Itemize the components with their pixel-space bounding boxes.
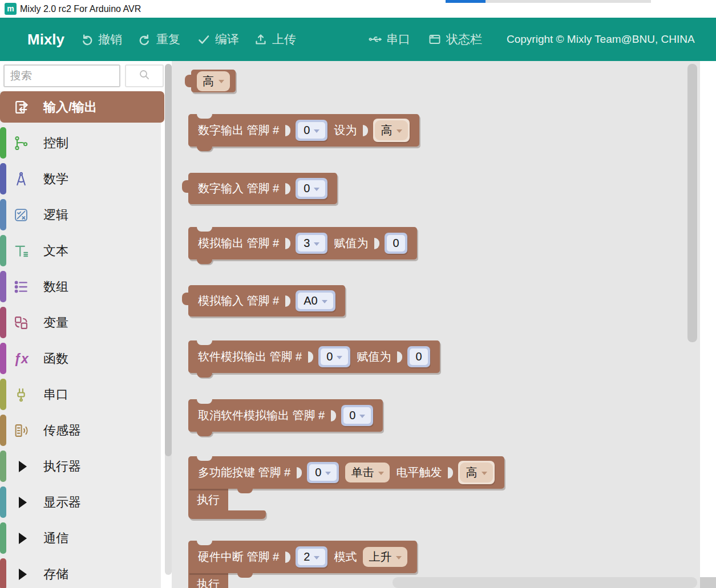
dropdown-arrow-icon xyxy=(397,129,402,133)
mixly-logo-icon: m xyxy=(5,3,17,15)
toolbar-button-label: 撤销 xyxy=(98,31,122,47)
dropdown-arrow-icon xyxy=(314,556,319,559)
serial-icon xyxy=(13,386,30,403)
category-label: 逻辑 xyxy=(43,199,68,230)
sidebar-item-8[interactable]: 串口 xyxy=(0,379,164,410)
pin-number-block[interactable]: 3 xyxy=(296,233,327,254)
sidebar-item-9[interactable]: 传感器 xyxy=(0,415,164,446)
sidebar-item-13[interactable]: 存储 xyxy=(0,558,164,588)
level-shadow-block[interactable]: 高 xyxy=(373,119,410,142)
dropdown-field[interactable]: 高 xyxy=(375,120,408,140)
sidebar-item-2[interactable]: 数学 xyxy=(0,163,164,194)
sidebar-item-5[interactable]: 数组 xyxy=(0,271,164,302)
block-body-label: 执行 xyxy=(197,492,220,508)
level-shadow-block[interactable]: 高 xyxy=(458,461,495,484)
block-text: 模式 xyxy=(334,549,357,565)
pin-number-block[interactable]: 0 xyxy=(318,346,350,367)
block-digital-read[interactable]: 数字输入 管脚 #0 xyxy=(188,173,337,204)
pin-number-block[interactable]: 0 xyxy=(385,233,407,254)
sidebar-item-4[interactable]: 文本 xyxy=(0,235,164,266)
socket-notch xyxy=(308,351,313,363)
pin-number-field[interactable]: 0 xyxy=(321,348,348,365)
pin-number-block[interactable]: 0 xyxy=(296,178,327,199)
block-bottom-bar xyxy=(188,510,266,519)
workspace-horizontal-scrollbar-thumb[interactable] xyxy=(393,577,697,588)
toolbar-button-window[interactable]: 状态栏 xyxy=(428,18,482,61)
pin-number-field[interactable]: 0 xyxy=(343,407,371,424)
block-digital-write[interactable]: 数字输出 管脚 #0设为高 xyxy=(188,114,419,147)
toolbar-button-undo[interactable]: 撤销 xyxy=(80,18,122,61)
dropdown-field[interactable]: 高 xyxy=(460,463,493,482)
sidebar-item-6[interactable]: 变量 xyxy=(0,307,164,338)
variable-icon xyxy=(13,314,30,331)
block-text: 软件模拟输出 管脚 # xyxy=(198,349,302,364)
block-analog-read[interactable]: 模拟输入 管脚 #A0 xyxy=(188,285,345,317)
block-soft-analog-write[interactable]: 软件模拟输出 管脚 #0赋值为0 xyxy=(188,340,440,373)
pin-number-block[interactable]: 0 xyxy=(307,462,339,483)
block-statement-arm: 执行 xyxy=(188,489,228,510)
dropdown-field[interactable]: 高 xyxy=(197,71,230,91)
pin-number-value: 0 xyxy=(415,350,422,363)
toolbar-button-label: 重复 xyxy=(156,31,180,47)
upload-icon xyxy=(254,33,268,46)
function-icon: ƒx xyxy=(13,350,30,367)
pin-number-field[interactable]: 0 xyxy=(387,235,404,252)
block-header-row: 硬件中断 管脚 #2模式上升 xyxy=(188,541,417,573)
dropdown-value: 单击 xyxy=(351,465,374,480)
pin-number-block[interactable]: 2 xyxy=(296,546,327,567)
pin-number-field[interactable]: 0 xyxy=(309,464,337,481)
sidebar-item-7[interactable]: ƒx函数 xyxy=(0,343,164,374)
pin-number-field[interactable]: 0 xyxy=(298,122,325,139)
pin-number-field[interactable]: 3 xyxy=(298,235,325,252)
category-color-bar xyxy=(0,558,6,588)
toolbar-button-usb[interactable]: 串口 xyxy=(368,18,410,61)
sidebar-item-0[interactable]: 输入/输出 xyxy=(0,91,164,123)
category-color-bar xyxy=(0,235,6,266)
workspace-vertical-scrollbar-thumb[interactable] xyxy=(687,64,697,342)
toolbar-button-upload[interactable]: 上传 xyxy=(254,18,296,61)
block-text: 设为 xyxy=(334,123,357,138)
pin-number-field[interactable]: 0 xyxy=(410,348,427,365)
pin-number-value: 3 xyxy=(304,237,310,250)
sidebar-item-3[interactable]: 逻辑 xyxy=(0,199,164,230)
block-hardware-interrupt[interactable]: 硬件中断 管脚 #2模式上升执行 xyxy=(188,541,417,588)
pin-number-block[interactable]: 0 xyxy=(296,120,327,141)
pin-number-field[interactable]: 2 xyxy=(298,549,325,565)
block-analog-write[interactable]: 模拟输出 管脚 #3赋值为0 xyxy=(188,227,417,259)
dropdown-field[interactable]: 上升 xyxy=(363,547,407,567)
flyout-scrollbar-thumb[interactable] xyxy=(165,64,172,456)
toolbar-button-check[interactable]: 编译 xyxy=(197,18,239,61)
category-color-bar xyxy=(0,486,6,518)
pin-number-field[interactable]: 0 xyxy=(298,180,325,197)
dropdown-field[interactable]: 单击 xyxy=(345,463,390,482)
loading-bar-accent xyxy=(446,0,486,3)
search-input[interactable] xyxy=(3,64,120,87)
category-label: 变量 xyxy=(43,307,68,338)
toolbar-button-label: 编译 xyxy=(215,31,239,47)
toolbar-button-redo[interactable]: 重复 xyxy=(138,18,180,61)
pin-number-block[interactable]: A0 xyxy=(296,290,335,311)
block-high-constant[interactable]: 高 xyxy=(191,70,236,92)
search-icon xyxy=(137,68,151,84)
search-button[interactable] xyxy=(125,64,164,87)
category-color-bar xyxy=(0,307,6,338)
category-label: 通信 xyxy=(43,522,68,554)
block-soft-analog-cancel[interactable]: 取消软件模拟输出 管脚 #0 xyxy=(188,399,383,432)
dropdown-value: 上升 xyxy=(369,549,391,565)
block-text: 数字输入 管脚 # xyxy=(198,181,279,196)
socket-notch xyxy=(331,410,336,421)
blockly-workspace[interactable]: 高数字输出 管脚 #0设为高数字输入 管脚 #0模拟输出 管脚 #3赋值为0模拟… xyxy=(172,61,700,588)
sidebar-item-10[interactable]: 执行器 xyxy=(0,451,164,482)
category-label: 输入/输出 xyxy=(43,91,97,123)
block-text: 数字输出 管脚 # xyxy=(198,123,279,138)
block-multi-function-button[interactable]: 多功能按键 管脚 #0单击电平触发高执行 xyxy=(188,456,504,519)
pin-number-block[interactable]: 0 xyxy=(407,346,430,367)
window-title: Mixly 2.0 rc2 For Arduino AVR xyxy=(20,0,141,18)
pin-number-block[interactable]: 0 xyxy=(341,405,373,426)
category-color-bar xyxy=(0,379,6,410)
sidebar-item-12[interactable]: 通信 xyxy=(0,522,164,554)
socket-notch xyxy=(448,467,453,478)
pin-number-field[interactable]: A0 xyxy=(298,293,333,309)
sidebar-item-1[interactable]: 控制 xyxy=(0,127,164,159)
sidebar-item-11[interactable]: 显示器 xyxy=(0,486,164,518)
